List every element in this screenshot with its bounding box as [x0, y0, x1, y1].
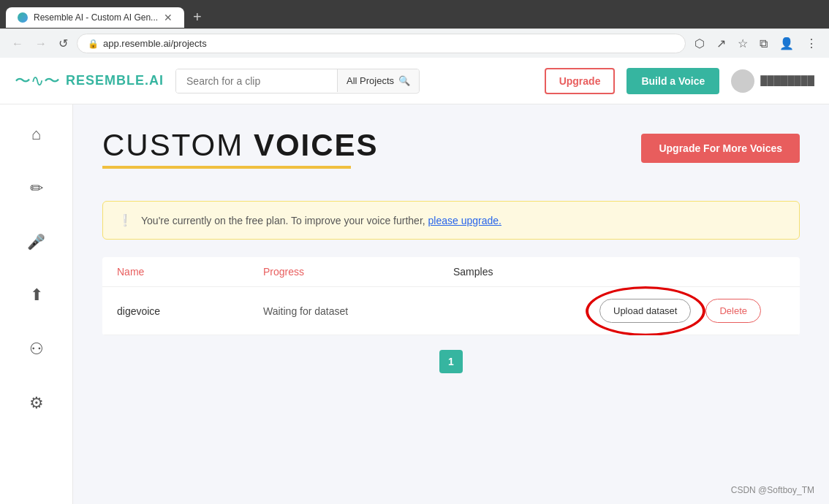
avatar — [731, 69, 754, 93]
data-table: Name Progress Samples digevoice Waiting … — [102, 257, 800, 335]
tab-title: Resemble AI - Custom AI Gen... — [34, 12, 158, 23]
address-text: app.resemble.ai/projects — [103, 38, 207, 49]
alert-icon: ❕ — [118, 213, 132, 227]
browser-toolbar: ← → ↺ 🔒 app.resemble.ai/projects ⬡ ↗ ☆ ⧉… — [0, 28, 829, 58]
logo-wave-icon: 〜∿〜 — [15, 70, 60, 92]
back-button[interactable]: ← — [9, 34, 26, 53]
alert-text: You're currently on the free plan. To im… — [141, 215, 501, 226]
page-1-button[interactable]: 1 — [439, 350, 463, 373]
table-row: digevoice Waiting for dataset Upload dat… — [102, 287, 800, 335]
sidebar-item-integrations[interactable]: ⚇ — [23, 334, 50, 364]
app-header: 〜∿〜 RESEMBLE.AI All Projects 🔍 Upgrade B… — [0, 58, 829, 104]
row-actions: Upload dataset Delete — [599, 299, 785, 323]
microphone-icon: 🎤 — [27, 233, 45, 251]
toolbar-icons: ⬡ ↗ ☆ ⧉ 👤 ⋮ — [692, 34, 820, 53]
menu-icon[interactable]: ⋮ — [803, 34, 820, 53]
browser-chrome: Resemble AI - Custom AI Gen... ✕ + ← → ↺… — [0, 0, 829, 58]
sidebar-item-upload[interactable]: ⬆ — [24, 280, 49, 310]
search-input[interactable] — [176, 69, 337, 93]
col-name-header: Name — [117, 266, 263, 278]
watermark: CSDN @Softboy_TM — [731, 485, 814, 495]
delete-button[interactable]: Delete — [705, 299, 761, 323]
all-projects-dropdown[interactable]: All Projects 🔍 — [337, 69, 419, 92]
upgrade-button[interactable]: Upgrade — [545, 68, 616, 94]
page-heading: CUSTOM VOICES — [102, 128, 379, 163]
page-title: CUSTOM VOICES — [102, 128, 379, 169]
extensions-icon[interactable]: ⧉ — [757, 34, 771, 53]
col-progress-header: Progress — [263, 266, 453, 278]
logo-text: RESEMBLE.AI — [66, 73, 164, 88]
forward-button[interactable]: → — [32, 34, 50, 53]
tab-favicon — [18, 12, 28, 23]
upload-btn-wrapper: Upload dataset — [599, 299, 691, 323]
new-tab-button[interactable]: + — [187, 6, 208, 28]
col-samples-header: Samples — [453, 266, 599, 278]
sidebar-item-voice[interactable]: 🎤 — [21, 227, 51, 256]
address-bar[interactable]: 🔒 app.resemble.ai/projects — [77, 34, 686, 53]
reload-button[interactable]: ↺ — [56, 34, 71, 53]
gear-icon: ⚙ — [29, 394, 44, 413]
share-icon[interactable]: ↗ — [713, 34, 729, 53]
cast-icon[interactable]: ⬡ — [692, 34, 708, 53]
content-area: CUSTOM VOICES Upgrade For More Voices ❕ … — [73, 104, 829, 504]
please-upgrade-link[interactable]: please upgrade. — [428, 215, 501, 226]
upload-dataset-button[interactable]: Upload dataset — [599, 299, 691, 323]
table-header: Name Progress Samples — [102, 257, 800, 287]
bookmark-icon[interactable]: ☆ — [735, 34, 751, 53]
sidebar-item-settings[interactable]: ⚙ — [23, 388, 50, 419]
active-tab[interactable]: Resemble AI - Custom AI Gen... ✕ — [6, 7, 184, 28]
search-icon: 🔍 — [398, 75, 410, 86]
title-underline — [102, 166, 351, 169]
build-voice-button[interactable]: Build a Voice — [627, 68, 719, 94]
upgrade-voices-button[interactable]: Upgrade For More Voices — [641, 134, 800, 163]
alert-banner: ❕ You're currently on the free plan. To … — [102, 201, 800, 240]
sidebar-item-edit[interactable]: ✏ — [24, 173, 49, 204]
search-area: All Projects 🔍 — [175, 69, 420, 93]
edit-icon: ✏ — [30, 179, 43, 198]
pagination: 1 — [102, 335, 800, 388]
tab-close-button[interactable]: ✕ — [164, 12, 173, 23]
content-wrapper: CUSTOM VOICES Upgrade For More Voices ❕ … — [102, 128, 800, 388]
tab-bar: Resemble AI - Custom AI Gen... ✕ + — [0, 0, 829, 28]
voice-progress: Waiting for dataset — [263, 305, 453, 317]
logo-area: 〜∿〜 RESEMBLE.AI — [15, 70, 164, 92]
voice-name: digevoice — [117, 305, 263, 317]
home-icon: ⌂ — [31, 125, 41, 144]
sidebar-item-home[interactable]: ⌂ — [26, 119, 47, 150]
lock-icon: 🔒 — [88, 39, 99, 49]
sidebar: ⌂ ✏ 🎤 ⬆ ⚇ ⚙ — [0, 104, 73, 504]
profile-icon[interactable]: 👤 — [776, 34, 797, 53]
integrations-icon: ⚇ — [29, 340, 44, 359]
upload-icon: ⬆ — [30, 286, 43, 305]
user-area: ████████ — [731, 69, 814, 93]
main-layout: ⌂ ✏ 🎤 ⬆ ⚇ ⚙ CUSTOM VOICES — [0, 104, 829, 504]
user-name: ████████ — [760, 75, 814, 86]
